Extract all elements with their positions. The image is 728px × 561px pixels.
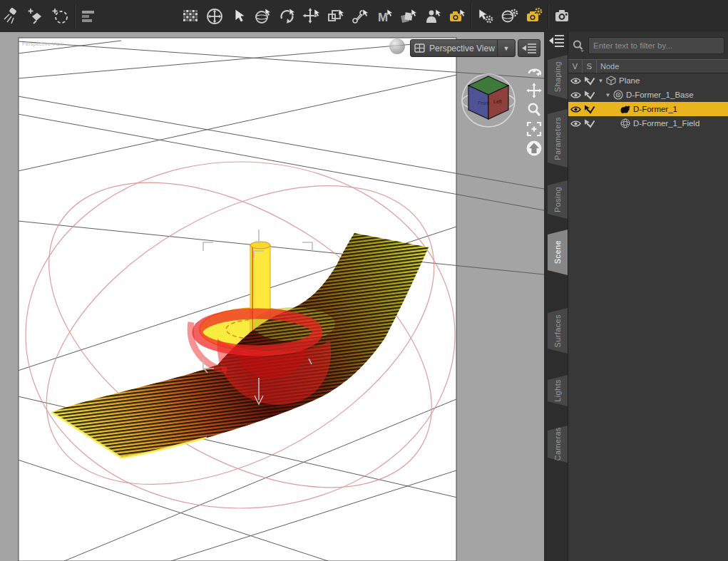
toolbar-surface-selection-tool[interactable]	[396, 3, 421, 30]
viewport-layout-icon	[414, 43, 425, 53]
scene-panel: V S Node ▼Plane▼D-Former_1_BaseD-Former_…	[568, 32, 728, 561]
viewport-corner-label: Perspective View	[22, 41, 63, 46]
field-icon	[619, 118, 631, 128]
dformer-icon	[619, 105, 631, 114]
selectable-pointer-icon[interactable]	[583, 76, 597, 86]
base-icon	[612, 90, 624, 100]
pane-menu-icon	[521, 43, 537, 53]
node-label: D-Former_1_Field	[631, 119, 699, 128]
toolbar-add-node-tool[interactable]	[24, 3, 48, 30]
toolbar-universal-manipulator-tool[interactable]	[202, 3, 227, 30]
view-selector-dropdown[interactable]: Perspective View ▼	[410, 39, 516, 57]
tab-surfaces[interactable]: Surfaces	[548, 308, 568, 354]
toolbar-joint-editor-tool[interactable]	[348, 3, 372, 30]
tree-row-d-former_1_field[interactable]: D-Former_1_Field	[568, 116, 728, 130]
view-cube-front-label: Front	[478, 101, 489, 105]
tab-scene[interactable]: Scene	[548, 230, 568, 275]
tree-row-plane[interactable]: ▼Plane	[568, 73, 728, 88]
tab-label: Shaping	[553, 61, 562, 92]
node-label: Plane	[617, 76, 640, 85]
viewport-zoom-icon[interactable]	[525, 101, 543, 118]
scene-tree: ▼Plane▼D-Former_1_BaseD-Former_1D-Former…	[568, 73, 728, 130]
tab-label: Posing	[553, 187, 562, 212]
viewport-pan-icon[interactable]	[525, 82, 543, 99]
viewport-options-menu-button[interactable]	[518, 39, 540, 57]
column-node[interactable]: Node	[597, 59, 728, 73]
toolbar-render-camera-tool[interactable]	[550, 3, 575, 30]
toolbar-rotate-tool[interactable]	[275, 3, 299, 30]
expand-arrow-icon[interactable]: ▼	[604, 92, 612, 98]
toolbar-scene-list-tool[interactable]	[77, 3, 101, 30]
selectable-pointer-icon[interactable]	[583, 105, 597, 114]
node-label: D-Former_1_Base	[624, 91, 694, 99]
toolbar-add-selection-tool[interactable]	[48, 3, 73, 30]
view-cube[interactable]: Front Left	[460, 68, 517, 133]
tab-label: Cameras	[553, 427, 562, 460]
toolbar-spotlight-tool[interactable]	[0, 3, 24, 30]
column-selectable[interactable]: S	[583, 59, 597, 73]
tree-row-d-former_1_base[interactable]: ▼D-Former_1_Base	[568, 88, 728, 102]
tree-row-d-former_1[interactable]: D-Former_1	[568, 102, 728, 116]
visibility-eye-icon[interactable]	[568, 91, 583, 99]
toolbar-grid-snap-tool[interactable]	[178, 3, 202, 30]
toolbar-scale-tool[interactable]	[324, 3, 348, 30]
tab-shaping[interactable]: Shaping	[548, 55, 568, 99]
view-cube-left-label: Left	[493, 99, 502, 104]
tree-header: V S Node	[568, 59, 728, 73]
toolbar-camera-selection-tool[interactable]	[445, 3, 469, 30]
visibility-eye-icon[interactable]	[568, 77, 583, 85]
tab-parameters[interactable]: Parameters	[548, 109, 568, 168]
viewport-home-icon[interactable]	[525, 140, 543, 157]
filter-input[interactable]	[588, 37, 724, 54]
toolbar-camera-settings-tool[interactable]	[522, 3, 546, 30]
toolbar-node-selection-tool[interactable]	[227, 3, 251, 30]
cube-icon	[605, 76, 617, 86]
toolbar-figure-selection-tool[interactable]	[421, 3, 445, 30]
expand-arrow-icon[interactable]: ▼	[597, 78, 605, 84]
chevron-down-icon: ▼	[497, 40, 515, 56]
tab-label: Scene	[553, 240, 562, 264]
orb-widget	[389, 38, 405, 54]
toolbar-sphere-settings-tool[interactable]	[498, 3, 522, 30]
tab-label: Parameters	[553, 117, 562, 160]
viewport-frame-icon[interactable]	[525, 120, 543, 138]
view-selector-label: Perspective View	[425, 43, 497, 53]
toolbar-geometry-editor-tool[interactable]: M	[372, 3, 396, 30]
selectable-pointer-icon[interactable]	[583, 119, 597, 128]
side-tab-strip: ShapingParametersPosingSceneSurfacesLigh…	[544, 32, 568, 561]
toolbar-translate-tool[interactable]	[299, 3, 324, 30]
toolbar-pointer-settings-tool[interactable]	[473, 3, 498, 30]
column-visible[interactable]: V	[568, 59, 583, 73]
search-icon[interactable]	[568, 39, 588, 52]
tab-strip-menu-icon[interactable]	[547, 34, 565, 48]
viewport-orbit-icon[interactable]	[525, 63, 543, 80]
filter-bar	[568, 32, 728, 59]
main-toolbar: M	[0, 0, 728, 32]
visibility-eye-icon[interactable]	[568, 105, 583, 113]
svg-text:M: M	[378, 11, 388, 24]
viewport-pane[interactable]: Perspective View Perspective View ▼	[0, 32, 544, 561]
tab-label: Lights	[553, 379, 562, 402]
application-window: M	[0, 0, 728, 561]
tab-posing[interactable]: Posing	[548, 180, 568, 219]
viewport-nav-tools	[525, 63, 543, 157]
visibility-eye-icon[interactable]	[568, 120, 583, 128]
selectable-pointer-icon[interactable]	[583, 91, 597, 100]
toolbar-orbit-selection-tool[interactable]	[251, 3, 275, 30]
tab-cameras[interactable]: Cameras	[548, 426, 568, 463]
tab-label: Surfaces	[553, 314, 562, 348]
tab-lights[interactable]: Lights	[548, 375, 568, 406]
node-label: D-Former_1	[631, 105, 677, 113]
